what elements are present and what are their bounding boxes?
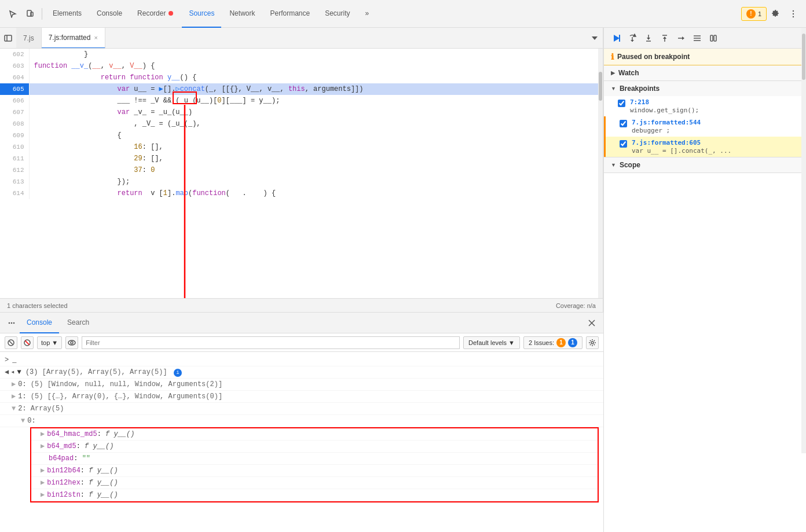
debugger-panel: ℹ Paused on breakpoint ▶ Watch ▼ Breakpo… — [603, 28, 806, 532]
line-content-611: 29: [], — [29, 153, 598, 164]
console-line-array-root[interactable]: ◀ ◂ ▼ (3) [Array(5), Array(5), Array(5)]… — [0, 366, 603, 379]
tab-sources[interactable]: Sources — [182, 0, 221, 28]
console-line-2-0[interactable]: ▼ 0: — [0, 415, 603, 427]
tab-security[interactable]: Security — [318, 0, 357, 28]
issues-count-btn[interactable]: 2 Issues: 1 1 — [523, 336, 582, 349]
console-line-2[interactable]: ▼ 2: Array(5) — [0, 403, 603, 415]
console-line-1[interactable]: ▶ 1: (5) [{…}, Array(0), {…}, Window, Ar… — [0, 391, 603, 403]
svg-rect-6 — [5, 35, 12, 41]
svg-point-2 — [168, 11, 173, 16]
device-icon-btn[interactable] — [22, 6, 38, 22]
step-out-btn[interactable] — [657, 31, 672, 46]
settings-btn[interactable] — [768, 6, 784, 22]
step-btn[interactable] — [673, 31, 688, 46]
tab-more[interactable]: » — [358, 0, 376, 28]
watch-header[interactable]: ▶ Watch — [604, 65, 806, 80]
console-output[interactable]: > _ ◀ ◂ ▼ (3) [Array(5), Array(5), Array… — [0, 352, 603, 532]
recorder-label: Recorder — [137, 9, 166, 17]
console-line-b64pad: b64pad: "" — [31, 453, 598, 465]
pause-exceptions-btn[interactable] — [706, 31, 721, 46]
console-line-bin12hex[interactable]: ▶ bin12hex: f y__() — [31, 477, 598, 489]
collapse-arrow[interactable]: ◀ — [5, 367, 9, 377]
default-levels-dropdown[interactable]: Default levels ▼ — [463, 336, 520, 349]
expand-arrow-b64-md5[interactable]: ▶ — [41, 441, 45, 452]
scope-header[interactable]: ▼ Scope — [604, 157, 806, 173]
file-tab-more-btn[interactable] — [587, 28, 603, 49]
tab-network[interactable]: Network — [222, 0, 262, 28]
line-num-605: 605 — [0, 83, 29, 95]
clear-console-btn[interactable] — [5, 336, 17, 349]
breakpoints-header[interactable]: ▼ Breakpoints — [604, 81, 806, 96]
console-prompt-text: _ — [12, 355, 16, 365]
expand-arrow-bin12b64[interactable]: ▶ — [41, 465, 45, 476]
console-dot-menu[interactable] — [5, 316, 19, 330]
console-settings-btn[interactable] — [586, 336, 599, 349]
tab-console-bottom[interactable]: Console — [20, 313, 59, 333]
tab-performance[interactable]: Performance — [263, 0, 317, 28]
vertical-scrollbar[interactable] — [598, 49, 603, 298]
expand-arrow-bin12hex[interactable]: ▶ — [41, 478, 45, 488]
more-options-btn[interactable] — [785, 6, 801, 22]
console-line-bin12b64[interactable]: ▶ bin12b64: f y__() — [31, 465, 598, 477]
svg-point-23 — [591, 342, 593, 344]
debugger-scrollbar[interactable] — [801, 28, 806, 453]
expand-arrow-b64-hmac[interactable]: ▶ — [41, 429, 45, 439]
scrollbar-thumb[interactable] — [599, 72, 602, 101]
step-into-btn[interactable] — [641, 31, 656, 46]
issues-badge[interactable]: ! 1 — [741, 7, 767, 21]
tab-recorder[interactable]: Recorder — [130, 0, 181, 28]
line-content-609: { — [29, 130, 598, 141]
cursor-icon-btn[interactable] — [5, 6, 21, 22]
svg-point-13 — [11, 322, 13, 324]
debugger-scrollbar-thumb[interactable] — [802, 34, 805, 80]
expand-arrow-2[interactable]: ▼ — [12, 403, 16, 414]
pause-info-icon: ℹ — [611, 52, 614, 61]
close-tab-btn[interactable]: × — [94, 34, 97, 41]
expand-arrow-1[interactable]: ▶ — [12, 391, 16, 402]
tab-search-bottom[interactable]: Search — [60, 313, 96, 333]
file-tab-7js[interactable]: 7.js — [16, 28, 42, 49]
context-top-label: top — [41, 339, 50, 346]
svg-point-22 — [71, 342, 73, 344]
context-dropdown[interactable]: top ▼ — [37, 336, 62, 349]
close-console-btn[interactable] — [585, 316, 599, 330]
line-num-613: 613 — [0, 176, 29, 188]
console-filter-input[interactable] — [82, 336, 460, 349]
svg-rect-25 — [619, 35, 620, 42]
line-num-603: 603 — [0, 60, 29, 72]
expand-arrow-0[interactable]: ▶ — [12, 379, 16, 390]
bp1-code: window.get_sign(); — [630, 107, 699, 114]
info-badge[interactable]: i — [174, 369, 182, 377]
console-line-b64-md5[interactable]: ▶ b64_md5: f y__() — [31, 441, 598, 453]
file-tab-7js-label: 7.js — [23, 34, 34, 42]
step-over-btn[interactable] — [625, 31, 640, 46]
issues-orange-badge: 1 — [556, 338, 566, 347]
file-tab-7js-formatted[interactable]: 7.js:formatted × — [42, 28, 105, 49]
breakpoint-item-3: 7.js:formatted:605 var u__ = [].concat(_… — [604, 137, 806, 157]
eye-icon-btn[interactable] — [65, 336, 78, 349]
console-line-0[interactable]: ▶ 0: (5) [Window, null, null, Window, Ar… — [0, 379, 603, 391]
sidebar-toggle-btn[interactable] — [0, 28, 16, 49]
status-selection: 1 characters selected — [7, 302, 68, 309]
tab-console[interactable]: Console — [90, 0, 129, 28]
expand-arrow-2-0[interactable]: ▼ — [21, 416, 25, 426]
code-scroll-area[interactable]: 602 } 603 function __v_(__, v__, V__) { — [0, 49, 598, 298]
scope-label: Scope — [620, 161, 640, 169]
bp3-checkbox[interactable] — [620, 140, 627, 148]
expand-arrow-bin12stn[interactable]: ▶ — [41, 490, 45, 500]
deactivate-btn[interactable] — [690, 31, 705, 46]
console-line-bin12stn[interactable]: ▶ bin12stn: f y__() — [31, 489, 598, 501]
levels-dropdown-arrow: ▼ — [508, 339, 515, 346]
bp2-checkbox[interactable] — [620, 120, 627, 127]
svg-point-14 — [13, 322, 15, 324]
console-line-b64-hmac[interactable]: ▶ b64_hmac_md5: f y__() — [31, 428, 598, 441]
tab-elements[interactable]: Elements — [46, 0, 89, 28]
resume-btn[interactable] — [609, 31, 624, 46]
bp1-checkbox[interactable] — [618, 100, 625, 107]
line-content-603: function __v_(__, v__, V__) { — [29, 60, 598, 72]
block-icon-btn[interactable] — [21, 336, 34, 349]
console-toolbar: top ▼ Default levels ▼ — [0, 333, 603, 352]
context-dropdown-arrow: ▼ — [52, 339, 58, 346]
line-num-604: 604 — [0, 72, 29, 83]
code-editor[interactable]: 602 } 603 function __v_(__, v__, V__) { — [0, 49, 603, 298]
